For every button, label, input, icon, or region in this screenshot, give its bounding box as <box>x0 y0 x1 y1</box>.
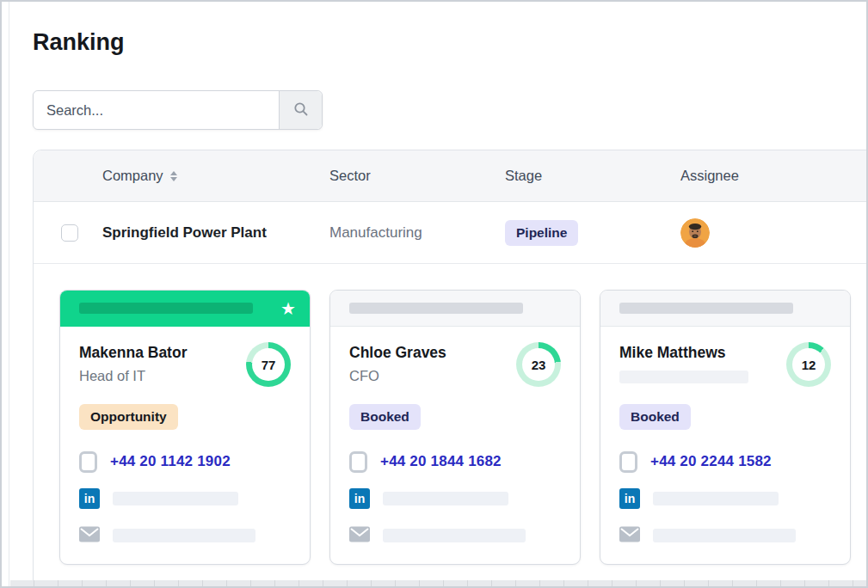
contact-card[interactable]: ★ Makenna Bator Head of IT 77 Opportunit… <box>59 290 311 565</box>
phone-link[interactable]: +44 20 2244 1582 <box>650 453 772 470</box>
column-label-sector: Sector <box>329 168 371 183</box>
phone-icon <box>349 451 367 473</box>
sort-arrows-icon[interactable] <box>170 171 177 181</box>
linkedin-row: in <box>79 487 291 510</box>
linkedin-icon[interactable]: in <box>619 488 640 509</box>
contact-card[interactable]: Mike Matthews 12 Booked +44 20 224 <box>600 290 851 565</box>
email-row <box>79 524 291 547</box>
phone-icon <box>619 451 637 473</box>
column-label-assignee: Assignee <box>680 168 739 183</box>
score-value: 23 <box>522 348 555 381</box>
person-name: Makenna Bator <box>79 344 187 362</box>
email-placeholder-bar <box>653 529 796 542</box>
score-ring: 23 <box>516 342 561 387</box>
search-button[interactable] <box>279 91 322 129</box>
search-bar <box>33 90 323 130</box>
person-name: Chloe Graves <box>349 344 446 362</box>
linkedin-row: in <box>349 487 561 510</box>
linkedin-placeholder-bar <box>113 492 238 505</box>
score-value: 77 <box>252 348 285 381</box>
contact-card[interactable]: Chloe Graves CFO 23 Booked +44 20 1 <box>329 290 581 565</box>
card-header <box>600 291 850 327</box>
status-badge: Booked <box>349 404 421 430</box>
row-checkbox[interactable] <box>61 224 78 242</box>
envelope-icon <box>619 526 640 546</box>
star-icon[interactable]: ★ <box>280 300 296 317</box>
sector-value: Manufacturing <box>329 224 422 241</box>
column-header-company[interactable]: Company <box>102 168 329 184</box>
table-header-row: Company Sector Stage Assignee <box>34 150 868 202</box>
card-header <box>330 291 580 327</box>
person-job-title: Head of IT <box>79 368 187 384</box>
linkedin-icon[interactable]: in <box>349 488 370 509</box>
column-header-sector: Sector <box>329 168 505 184</box>
score-ring: 77 <box>246 342 291 387</box>
stage-badge: Pipeline <box>505 220 578 246</box>
ranking-table: Company Sector Stage Assignee Springfiel… <box>33 150 868 588</box>
phone-icon <box>79 451 97 473</box>
left-edge-divider <box>9 2 9 586</box>
status-badge: Booked <box>619 404 691 430</box>
envelope-icon <box>349 526 370 546</box>
score-value: 12 <box>792 348 825 381</box>
phone-link[interactable]: +44 20 1142 1902 <box>110 453 231 470</box>
phone-link[interactable]: +44 20 1844 1682 <box>380 453 502 470</box>
column-label-company: Company <box>102 168 163 184</box>
phone-row: +44 20 2244 1582 <box>619 450 831 473</box>
phone-row: +44 20 1844 1682 <box>349 450 561 473</box>
person-job-title: CFO <box>349 368 446 384</box>
assignee-avatar[interactable] <box>680 218 710 248</box>
email-row <box>349 524 561 547</box>
search-input[interactable] <box>34 91 279 129</box>
header-placeholder-bar <box>79 303 253 314</box>
card-header: ★ <box>60 291 310 327</box>
status-badge: Opportunity <box>79 404 178 430</box>
magnifier-icon <box>292 101 310 120</box>
phone-row: +44 20 1142 1902 <box>79 450 291 473</box>
header-placeholder-bar <box>349 303 523 314</box>
envelope-icon <box>79 526 100 546</box>
score-ring: 12 <box>786 342 831 387</box>
company-name: Springfield Power Plant <box>102 224 267 242</box>
column-header-assignee: Assignee <box>680 168 866 184</box>
linkedin-placeholder-bar <box>383 492 508 505</box>
person-name: Mike Matthews <box>619 344 748 362</box>
header-placeholder-bar <box>619 303 793 314</box>
email-row <box>619 524 831 547</box>
contact-cards-section: ★ Makenna Bator Head of IT 77 Opportunit… <box>34 264 868 588</box>
linkedin-icon[interactable]: in <box>79 488 100 509</box>
table-row[interactable]: Springfield Power Plant Manufacturing Pi… <box>34 202 868 264</box>
job-title-placeholder-bar <box>619 371 748 383</box>
column-label-stage: Stage <box>505 168 542 183</box>
column-header-stage: Stage <box>505 168 680 184</box>
email-placeholder-bar <box>113 529 255 542</box>
linkedin-row: in <box>619 487 831 510</box>
email-placeholder-bar <box>383 529 526 542</box>
horizontal-scrollbar[interactable] <box>10 580 866 586</box>
page-title: Ranking <box>33 29 125 56</box>
linkedin-placeholder-bar <box>653 492 779 505</box>
app-window: Ranking Company Sector <box>0 0 868 588</box>
